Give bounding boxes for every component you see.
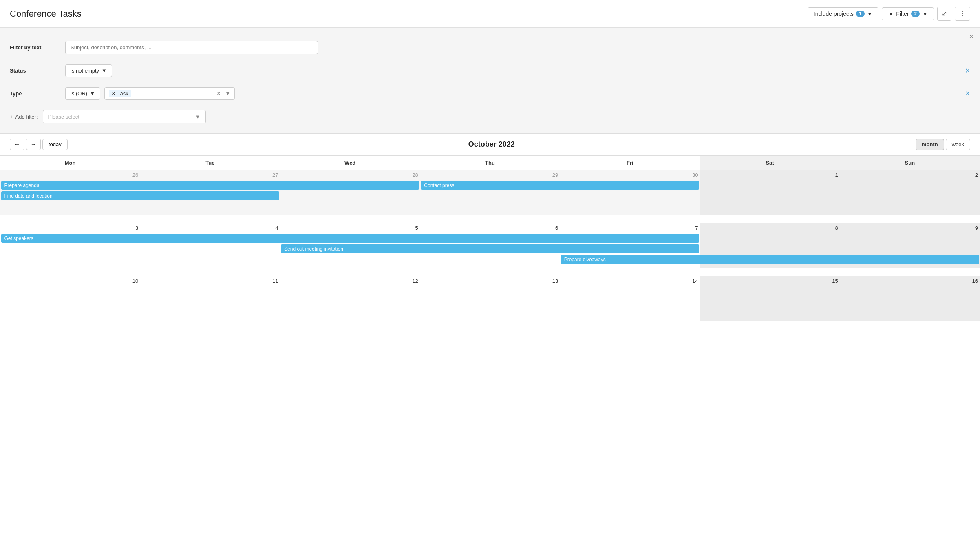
day-cell-8: 8: [700, 223, 840, 276]
day-number-30: 30: [562, 172, 698, 178]
header-actions: Include projects 1 ▼ ▼ Filter 2 ▼ ⤢ ⋮: [808, 7, 970, 21]
add-filter-plus-icon: +: [10, 114, 13, 120]
day-number-9: 9: [842, 225, 978, 231]
day-number-14: 14: [562, 278, 698, 284]
filter-type-row: Type is (OR) ▼ ✕ Task ✕ ▼ ✕: [10, 82, 970, 105]
day-number-15: 15: [702, 278, 838, 284]
day-inner-11: 11: [140, 276, 280, 321]
day-inner-29: 29: [420, 170, 560, 215]
status-operator-select[interactable]: is not empty ▼: [65, 64, 112, 77]
table-row: 10 11 12 13: [0, 276, 980, 321]
day-cell-28: 28: [280, 170, 420, 223]
col-mon: Mon: [0, 156, 140, 170]
type-filter-remove-button[interactable]: ✕: [965, 90, 970, 97]
day-inner-12: 12: [280, 276, 420, 321]
day-inner-2: 2: [840, 170, 980, 215]
filter-badge: 2: [911, 11, 920, 17]
next-button[interactable]: →: [26, 139, 41, 150]
day-cell-10: 10: [0, 276, 140, 321]
day-inner-16: 16: [840, 276, 980, 321]
type-tag-x-icon[interactable]: ✕: [216, 90, 221, 97]
status-filter-remove-button[interactable]: ✕: [965, 67, 970, 75]
day-inner-4: 4: [140, 223, 280, 268]
add-filter-placeholder: Please select: [48, 114, 79, 120]
event-bar[interactable]: Find date and location: [1, 191, 280, 200]
event-bar[interactable]: Prepare agenda: [1, 181, 419, 190]
col-sat: Sat: [700, 156, 840, 170]
day-cell-3: 3: [0, 223, 140, 276]
more-options-button[interactable]: ⋮: [955, 7, 970, 21]
day-cell-4: 4: [140, 223, 280, 276]
include-projects-label: Include projects: [814, 11, 854, 17]
filter-text-control: [65, 41, 970, 54]
page-title: Conference Tasks: [10, 9, 82, 19]
add-filter-label: + Add filter:: [10, 114, 38, 120]
day-cell-30: 30: [560, 170, 700, 223]
day-number-5: 5: [282, 225, 418, 231]
day-inner-13: 13: [420, 276, 560, 321]
event-bar[interactable]: Prepare giveaways: [561, 255, 979, 264]
col-thu: Thu: [420, 156, 560, 170]
filter-status-label: Status: [10, 68, 59, 74]
day-number-7: 7: [562, 225, 698, 231]
filter-funnel-icon: ▼: [888, 11, 894, 17]
week-label: week: [952, 141, 964, 147]
day-cell-9: 9: [840, 223, 980, 276]
filter-panel: × Filter by text Status is not empty ▼ ✕…: [0, 28, 980, 134]
event-bar[interactable]: Contact press: [421, 181, 699, 190]
calendar-container: Mon Tue Wed Thu Fri Sat Sun 26 27: [0, 155, 980, 321]
next-icon: →: [31, 141, 36, 147]
col-tue: Tue: [140, 156, 280, 170]
type-operator-select[interactable]: is (OR) ▼: [65, 87, 100, 100]
week-view-button[interactable]: week: [946, 139, 970, 150]
add-filter-select[interactable]: Please select ▼: [43, 110, 206, 123]
fullscreen-button[interactable]: ⤢: [937, 7, 951, 21]
filter-label: Filter: [896, 11, 909, 17]
filter-text-input[interactable]: [65, 41, 318, 54]
day-number-6: 6: [422, 225, 558, 231]
day-number-16: 16: [842, 278, 978, 284]
day-number-1: 1: [702, 172, 838, 178]
calendar-nav: ← → today October 2022 month week: [0, 134, 980, 155]
day-number-27: 27: [142, 172, 278, 178]
calendar-header: Mon Tue Wed Thu Fri Sat Sun: [0, 156, 980, 170]
filter-type-control: is (OR) ▼ ✕ Task ✕ ▼: [65, 87, 955, 100]
month-view-button[interactable]: month: [916, 139, 944, 150]
add-filter-chevron-icon: ▼: [195, 114, 201, 120]
day-cell-11: 11: [140, 276, 280, 321]
day-number-4: 4: [142, 225, 278, 231]
day-cell-16: 16: [840, 276, 980, 321]
status-operator-value: is not empty: [71, 68, 99, 74]
app-header: Conference Tasks Include projects 1 ▼ ▼ …: [0, 0, 980, 28]
type-tag-value: Task: [117, 90, 128, 97]
day-inner-15: 15: [700, 276, 839, 321]
day-cell-14: 14: [560, 276, 700, 321]
type-value-select[interactable]: ✕ Task ✕ ▼: [104, 87, 235, 100]
col-fri: Fri: [560, 156, 700, 170]
type-operator-chevron-icon: ▼: [90, 90, 95, 97]
day-number-10: 10: [2, 278, 138, 284]
type-operator-value: is (OR): [71, 90, 87, 97]
day-cell-12: 12: [280, 276, 420, 321]
month-label: month: [922, 141, 938, 147]
filter-close-button[interactable]: ×: [969, 33, 973, 41]
include-projects-button[interactable]: Include projects 1 ▼: [808, 7, 879, 20]
calendar-header-row: Mon Tue Wed Thu Fri Sat Sun: [0, 156, 980, 170]
type-tag-close-icon[interactable]: ✕: [111, 90, 116, 97]
day-cell-29: 29: [420, 170, 560, 223]
day-cell-1: 1: [700, 170, 840, 223]
include-projects-badge: 1: [856, 11, 865, 17]
event-bar[interactable]: Send out meeting invitation: [281, 244, 699, 253]
type-tag-chevron-icon[interactable]: ▼: [225, 90, 230, 97]
day-number-3: 3: [2, 225, 138, 231]
day-number-2: 2: [842, 172, 978, 178]
day-number-26: 26: [2, 172, 138, 178]
col-wed: Wed: [280, 156, 420, 170]
more-icon: ⋮: [959, 10, 966, 18]
today-button[interactable]: today: [42, 139, 68, 150]
prev-icon: ←: [14, 141, 20, 147]
event-bar[interactable]: Get speakers: [1, 234, 699, 243]
filter-button[interactable]: ▼ Filter 2 ▼: [882, 7, 934, 20]
prev-button[interactable]: ←: [10, 139, 24, 150]
status-chevron-icon: ▼: [102, 68, 107, 74]
